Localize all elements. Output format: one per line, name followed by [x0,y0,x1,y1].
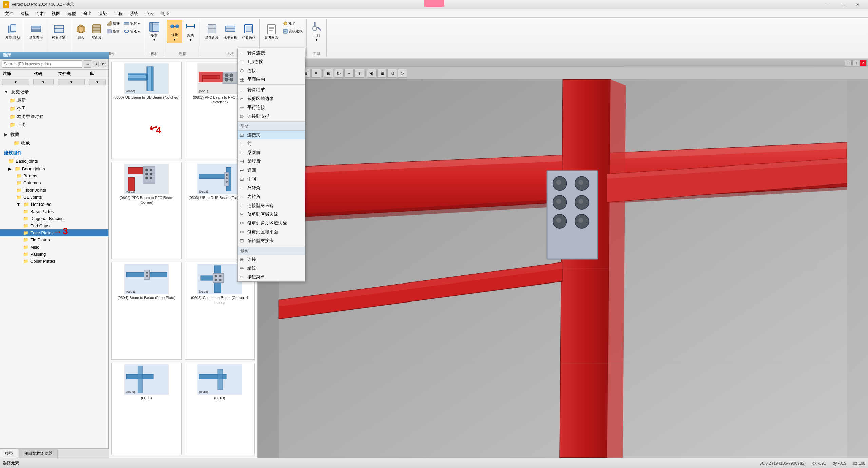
tree-item-beam-joints[interactable]: ▶ 📁 Beam joints [0,165,108,172]
tree-subitem-beams[interactable]: 📁 Beams [0,172,108,179]
tree-subitem-fin-plates[interactable]: 📁 Fin Plates [0,236,108,243]
dd-item-corner-connect[interactable]: ⌐ 转角连接 [238,48,305,57]
view-tb-arrows[interactable]: ↔ [344,69,354,78]
dd-item-t-connect[interactable]: ⊤ T形连接 [238,57,305,66]
tree-subitem-columns[interactable]: 📁 Columns [0,179,108,187]
menu-item-视图[interactable]: 视图 [48,9,64,18]
thumb-0609[interactable]: (0609) (0609) [111,363,182,455]
ribbon-btn-plate[interactable]: 板材▾ [122,20,142,27]
minimize-button[interactable]: ─ [821,0,835,9]
view3d-max-btn[interactable]: □ [852,60,859,66]
dd-item-inner-corner[interactable]: ⌐ 内转角 [238,192,305,201]
dd-item-connect-end[interactable]: ⊢ 连接型材末端 [238,201,305,210]
close-button[interactable]: ✕ [850,0,865,9]
dd-item-front[interactable]: ⊢ 前 [238,139,305,148]
menu-item-工程[interactable]: 工程 [111,9,126,18]
ribbon-btn-adv-build[interactable]: ++ 高级建模 [281,27,304,35]
view-tb-play[interactable]: ▷ [334,69,344,78]
menu-item-文件[interactable]: 文件 [1,9,17,18]
view-tb-hash[interactable]: ▦ [377,69,387,78]
view-tb-back[interactable]: ◁ [387,69,397,78]
view-tb-fwd[interactable]: ▷ [398,69,407,78]
thumb-0602[interactable]: (0602) (0602) PFC Beam to PFC Beam (Corn… [111,162,182,260]
view-tb-grid[interactable]: ⊞ [324,69,333,78]
building-parts-title[interactable]: 建筑组件 [0,149,108,157]
history-item-lastweek[interactable]: 📁 上周 [0,121,108,129]
filter-notes[interactable]: ▼ [2,79,29,85]
tab-docs[interactable]: 项目文档浏览器 [19,449,58,458]
ribbon-btn-node[interactable]: 细节 [281,20,304,27]
ribbon-btn-shutter[interactable]: 屋面板 [89,20,104,43]
ribbon-btn-type[interactable]: T 型材 [105,27,121,35]
history-item-thisweek[interactable]: 📁 本周早些时候 [0,113,108,121]
menu-item-存档[interactable]: 存档 [33,9,48,18]
tree-subitem-base-plates[interactable]: 📁 Base Plates [0,208,108,215]
tree-subitem-end-caps[interactable]: 📁 End Caps [0,222,108,229]
search-button[interactable]: → [84,60,91,68]
ribbon-btn-floor[interactable]: 楼面,层面 [50,20,69,43]
dd-item-connect2[interactable]: ⊕ 连接 [238,255,305,264]
menu-item-系统[interactable]: 系统 [126,9,142,18]
menu-item-制图[interactable]: 制图 [157,9,173,18]
ribbon-btn-frame-ops[interactable]: 栏架操作 [240,20,257,43]
dd-item-beam-front[interactable]: ⊢ 梁腹前 [238,148,305,157]
view-tb-copy2[interactable]: ⊕ [367,69,377,78]
ribbon-btn-stair[interactable]: 楼梯 [105,20,121,27]
dd-item-trim-plane[interactable]: ✂ 修剪到区域平面 [238,228,305,236]
history-item-latest[interactable]: 📁 最新 [0,96,108,104]
filter-code[interactable]: ▼ [33,79,54,85]
ribbon-btn-comp1[interactable]: 组合 [74,20,89,43]
menu-item-编出[interactable]: 编出 [79,9,95,18]
search-input[interactable] [2,60,82,68]
dd-item-connect[interactable]: ⊕ 连接 [238,66,305,75]
tree-subitem-floor-joints[interactable]: 📁 Floor Joints [0,187,108,194]
favorites-title[interactable]: ▶ 收藏 [0,130,108,139]
dd-item-trim-edge[interactable]: ✂ 裁剪区域边缘 [238,94,305,103]
settings-icon[interactable]: ⚙ [100,61,106,67]
view3d-min-btn[interactable]: ─ [845,60,852,66]
ribbon-btn-distance[interactable]: 距离▾ [183,20,198,43]
menu-item-点云[interactable]: 点云 [142,9,157,18]
filter-folder[interactable]: ▼ [58,79,85,85]
filter-lib[interactable]: ▼ [89,79,106,85]
ribbon-btn-pipe[interactable]: 管道▾ [122,27,142,35]
tree-subitem-collar-plates[interactable]: 📁 Collar Plates [0,258,108,265]
maximize-button[interactable]: □ [835,0,850,9]
dd-item-outer-corner[interactable]: ⌐ 外转角 [238,183,305,192]
view-tb-layers[interactable]: ◫ [354,69,364,78]
dd-item-btn-menu[interactable]: ≡ 按钮菜单 [238,273,305,281]
ribbon-btn-copy[interactable]: 复制,移动 [3,20,22,43]
tree-subitem-misc[interactable]: 📁 Misc [0,243,108,251]
ribbon-btn-tools[interactable]: 工具▾ [309,20,324,43]
dd-item-connect-to-support[interactable]: ⊗ 连接到支撑 [238,112,305,121]
view-tb-x[interactable]: ✕ [311,69,321,78]
dd-item-trim-zone[interactable]: ✂ 修剪到区域边缘 [238,210,305,219]
ribbon-btn-wall[interactable]: 墙体布局 [27,20,45,43]
ribbon-btn-ref-draw[interactable]: 参考图纸 [263,20,280,43]
dd-item-edit[interactable]: ✏ 编辑 [238,264,305,273]
dd-item-parallel[interactable]: ▭ 平行连接 [238,103,305,112]
dd-item-corner-detail[interactable]: ⌐ 转角细节 [238,85,305,94]
menu-item-建模[interactable]: 建模 [17,9,33,18]
dd-item-return[interactable]: ↩ 返回 [238,166,305,175]
thumb-0610[interactable]: (0610) (0610) [185,363,255,455]
dd-item-trim-angle[interactable]: ✂ 修剪到角度区域边缘 [238,219,305,228]
history-item-today[interactable]: 📁 今天 [0,104,108,113]
tree-subitem-passing[interactable]: 📁 Passing [0,251,108,258]
ribbon-btn-panel-mat[interactable]: 板材▾ [147,20,162,43]
tree-subitem-gl-joints[interactable]: 📁 GL Joints [0,194,108,201]
ribbon-btn-hz-panel[interactable]: 水平面板 [221,20,239,43]
menu-item-渲染[interactable]: 渲染 [95,9,111,18]
dd-item-beam-back[interactable]: ⊣ 梁腹后 [238,157,305,166]
fav-item[interactable]: 📁 收藏 [0,139,108,147]
ribbon-btn-connect[interactable]: 连接▾ [167,20,182,43]
thumb-0604[interactable]: (0604) (0604) Beam to Beam (Face Plate) [111,262,182,360]
thumb-0600[interactable]: (0600) (0600) UB Beam to UB Beam (Notche… [111,62,182,159]
view3d-close-btn[interactable]: ✕ [860,60,867,66]
tree-subitem-hot-rolled[interactable]: ▼ 📁 Hot Rolled [0,201,108,208]
tab-model[interactable]: 模型 [0,449,18,458]
refresh-icon[interactable]: ↺ [93,61,99,67]
dd-item-edit-joint[interactable]: ⊞ 编辑型材接头 [238,236,305,245]
dd-item-flat-struct[interactable]: ▦ 平面结构 [238,75,305,84]
tree-item-basic-joints[interactable]: 📁 Basic joints [0,157,108,165]
